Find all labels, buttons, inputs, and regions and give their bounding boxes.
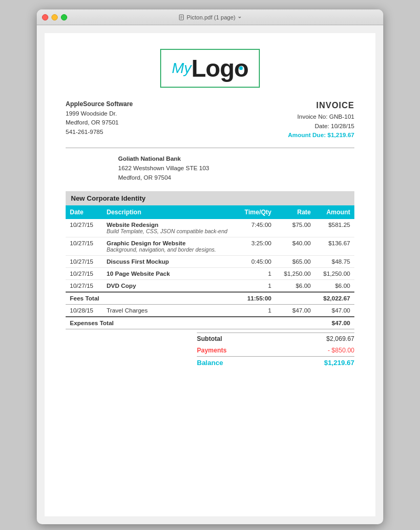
- cell-amount: $48.75: [315, 255, 354, 267]
- payments-value: - $850.00: [328, 347, 354, 354]
- cell-date: 10/27/15: [66, 255, 102, 267]
- header-divider: [66, 148, 354, 148]
- invoice-info: INVOICE Invoice No: GNB-101 Date: 10/28/…: [288, 99, 354, 140]
- col-header-amount: Amount: [315, 205, 354, 219]
- cell-time-qty: 7:45:00: [234, 219, 276, 237]
- cell-rate: $47.00: [276, 304, 315, 317]
- subtotal-value: $2,069.67: [327, 335, 354, 342]
- cell-rate: $75.00: [276, 219, 315, 237]
- traffic-lights: [42, 14, 67, 20]
- logo-text: Logo: [191, 54, 248, 82]
- titlebar-title: Picton.pdf (1 page): [178, 14, 242, 20]
- cell-rate: $1,250.00: [276, 267, 315, 279]
- invoice-title: INVOICE: [288, 99, 354, 112]
- subtotal-row: Subtotal $2,069.67: [197, 332, 354, 345]
- balance-label: Balance: [197, 359, 223, 367]
- cell-description: Discuss First Mockup: [102, 255, 234, 267]
- cell-description: DVD Copy: [102, 279, 234, 292]
- balance-row: Balance $1,219.67: [197, 356, 354, 369]
- cell-description: Travel Charges: [102, 304, 234, 317]
- cell-date: 10/27/15: [66, 237, 102, 255]
- page-content: My Logo AppleSource Software 1999 Woodsi…: [45, 33, 375, 516]
- section-header: New Corporate Identity: [66, 191, 354, 205]
- titlebar: Picton.pdf (1 page): [37, 9, 383, 25]
- col-header-rate: Rate: [276, 205, 315, 219]
- company-phone: 541-261-9785: [66, 128, 133, 137]
- fees-total-time: 11:55:00: [234, 292, 276, 305]
- cell-description: Website Redesign Build Template, CSS, JS…: [102, 219, 234, 237]
- logo-my: My: [172, 60, 191, 77]
- table-row: 10/27/15 10 Page Website Pack 1 $1,250.0…: [66, 267, 354, 279]
- company-info: AppleSource Software 1999 Woodside Dr. M…: [66, 99, 133, 140]
- bill-to-address2: Medford, OR 97504: [118, 173, 354, 183]
- maximize-button[interactable]: [61, 14, 67, 20]
- date-label: Date:: [315, 123, 330, 129]
- expenses-total-amount: $47.00: [315, 317, 354, 329]
- cell-amount: $136.67: [315, 237, 354, 255]
- fees-total-row: Fees Total 11:55:00 $2,022.67: [66, 292, 354, 305]
- cell-rate: $40.00: [276, 237, 315, 255]
- invoice-table: Date Description Time/Qty Rate Amount 10…: [66, 205, 354, 329]
- expenses-total-label: Expenses Total: [66, 317, 315, 329]
- summary-wrapper: Subtotal $2,069.67 Payments - $850.00 Ba…: [66, 332, 354, 369]
- invoice-no-value: GNB-101: [329, 113, 354, 120]
- cell-date: 10/27/15: [66, 279, 102, 292]
- cell-time-qty: 3:25:00: [234, 237, 276, 255]
- cell-amount: $581.25: [315, 219, 354, 237]
- bill-to-address1: 1622 Westshown Village STE 103: [118, 164, 354, 173]
- expenses-total-row: Expenses Total $47.00: [66, 317, 354, 329]
- table-row: 10/27/15 Discuss First Mockup 0:45:00 $6…: [66, 255, 354, 267]
- cell-description: Graphic Design for Website Background, n…: [102, 237, 234, 255]
- bill-to-name: Goliath National Bank: [118, 154, 354, 164]
- cell-amount: $47.00: [315, 304, 354, 317]
- cell-time-qty: 1: [234, 304, 276, 317]
- company-address1: 1999 Woodside Dr.: [66, 109, 133, 119]
- col-header-date: Date: [66, 205, 102, 219]
- balance-value: $1,219.67: [324, 359, 354, 367]
- chevron-down-icon: [237, 15, 242, 19]
- table-row: 10/27/15 Website Redesign Build Template…: [66, 219, 354, 237]
- window: Picton.pdf (1 page) My Logo AppleSource …: [37, 9, 383, 524]
- fees-total-label: Fees Total: [66, 292, 234, 305]
- bill-to: Goliath National Bank 1622 Westshown Vil…: [118, 154, 354, 182]
- cell-amount: $6.00: [315, 279, 354, 292]
- logo-area: My Logo: [66, 49, 354, 88]
- cell-rate: $65.00: [276, 255, 315, 267]
- date-value: 10/28/15: [331, 123, 354, 129]
- col-header-time-qty: Time/Qty: [234, 205, 276, 219]
- payments-label: Payments: [197, 347, 227, 354]
- cell-description: 10 Page Website Pack: [102, 267, 234, 279]
- col-header-description: Description: [102, 205, 234, 219]
- company-name: AppleSource Software: [66, 99, 133, 109]
- expense-row: 10/28/15 Travel Charges 1 $47.00 $47.00: [66, 304, 354, 317]
- amount-due-label: Amount Due:: [288, 132, 326, 138]
- table-row: 10/27/15 DVD Copy 1 $6.00 $6.00: [66, 279, 354, 292]
- fees-total-amount: $2,022.67: [315, 292, 354, 305]
- payments-row: Payments - $850.00: [197, 345, 354, 356]
- cell-date: 10/28/15: [66, 304, 102, 317]
- cell-date: 10/27/15: [66, 267, 102, 279]
- table-header-row: Date Description Time/Qty Rate Amount: [66, 205, 354, 219]
- cell-rate: $6.00: [276, 279, 315, 292]
- summary-table: Subtotal $2,069.67 Payments - $850.00 Ba…: [197, 332, 354, 369]
- invoice-no-line: Invoice No: GNB-101: [288, 112, 354, 122]
- amount-due-value: $1,219.67: [328, 132, 354, 138]
- date-line: Date: 10/28/15: [288, 122, 354, 131]
- window-title: Picton.pdf (1 page): [187, 14, 236, 20]
- cell-amount: $1,250.00: [315, 267, 354, 279]
- header-info: AppleSource Software 1999 Woodside Dr. M…: [66, 99, 354, 140]
- minimize-button[interactable]: [51, 14, 58, 20]
- document-icon: [178, 14, 185, 20]
- fees-total-rate: [276, 292, 315, 305]
- close-button[interactable]: [42, 14, 48, 20]
- cell-time-qty: 0:45:00: [234, 255, 276, 267]
- logo-box: My Logo: [160, 49, 260, 88]
- cell-time-qty: 1: [234, 267, 276, 279]
- cell-date: 10/27/15: [66, 219, 102, 237]
- amount-due-line: Amount Due: $1,219.67: [288, 131, 354, 140]
- company-address2: Medford, OR 97501: [66, 118, 133, 128]
- invoice-no-label: Invoice No:: [297, 113, 328, 120]
- table-row: 10/27/15 Graphic Design for Website Back…: [66, 237, 354, 255]
- subtotal-label: Subtotal: [197, 335, 222, 342]
- cell-time-qty: 1: [234, 279, 276, 292]
